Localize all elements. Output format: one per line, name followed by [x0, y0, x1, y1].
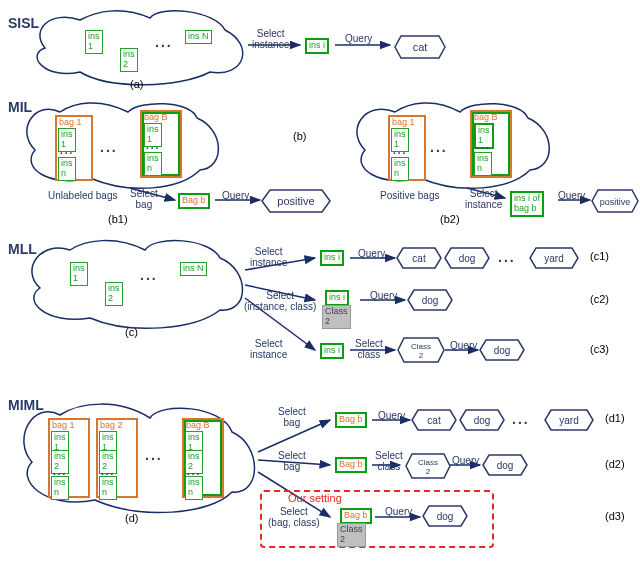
svg-text:dog: dog: [494, 345, 511, 356]
c2-insi: ins i: [325, 290, 349, 306]
svg-text:cat: cat: [427, 415, 441, 426]
cap-b: (b): [293, 130, 306, 142]
cap-d1: (d1): [605, 412, 625, 424]
lbl-select-bag-b1: Select bag: [130, 188, 158, 210]
cap-d3: (d3): [605, 510, 625, 522]
diagram-canvas: { "titles":{"sisl":"SISL","mil":"MIL","m…: [0, 0, 640, 569]
lbl-select-instance: Select instance: [252, 28, 289, 50]
svg-text:2: 2: [419, 351, 424, 360]
cap-c: (c): [125, 326, 138, 338]
ins-N: ins N: [185, 30, 212, 44]
svg-text:yard: yard: [544, 253, 563, 264]
bagb-d2: Bag b: [335, 457, 367, 473]
lbl-select-inst-b2: Select instance: [465, 188, 502, 210]
svg-text:cat: cat: [412, 253, 426, 264]
lbl-query-c3: Query: [450, 340, 477, 351]
bB-insn: ins n: [144, 152, 162, 176]
svg-text:yard: yard: [559, 415, 578, 426]
cap-d: (d): [125, 512, 138, 524]
title-mll: MLL: [8, 242, 37, 257]
svg-text:dog: dog: [459, 253, 476, 264]
lbl-our: Our setting: [288, 492, 342, 504]
ell: ...: [155, 35, 173, 50]
svg-text:dog: dog: [474, 415, 491, 426]
lbl-query-c2: Query: [370, 290, 397, 301]
c1-insi: ins i: [320, 250, 344, 266]
ell: ...: [60, 145, 74, 156]
b1-insn: ins n: [58, 157, 76, 181]
cap-c2: (c2): [590, 293, 609, 305]
lbl-query-c1: Query: [358, 248, 385, 259]
lbl-select-class-c3: Select class: [355, 338, 383, 360]
lbl-unlabeled: Unlabeled bags: [48, 190, 118, 201]
c3-insi: ins i: [320, 343, 344, 359]
ins-i-selected: ins i: [305, 38, 329, 54]
ell: ...: [140, 268, 158, 283]
lbl-query-d3: Query: [385, 506, 412, 517]
d1-insn: ins n: [51, 476, 69, 500]
ell: ...: [512, 412, 530, 427]
lbl-select-inst-c1: Select instance: [250, 246, 287, 268]
c-ins2: ins 2: [105, 282, 123, 306]
ell: ...: [145, 448, 163, 463]
c-insN: ins N: [180, 262, 207, 276]
cap-b2: (b2): [440, 213, 460, 225]
svg-text:positive: positive: [600, 197, 631, 207]
svg-text:Class: Class: [411, 342, 431, 351]
lbl-select-class-d2: Select class: [375, 450, 403, 472]
lbl-query-a: Query: [345, 33, 372, 44]
lbl-query-d2: Query: [452, 455, 479, 466]
lbl-select-bagclass: Select (bag, class): [268, 506, 320, 528]
cap-b1: (b1): [108, 213, 128, 225]
ins-1: ins 1: [85, 30, 103, 54]
svg-text:Class: Class: [418, 458, 438, 467]
lbl-query-b2: Query: [558, 190, 585, 201]
lbl-query-b1: Query: [222, 190, 249, 201]
d2-insn: ins n: [99, 476, 117, 500]
title-sisl: SISL: [8, 16, 39, 31]
svg-text:dog: dog: [422, 295, 439, 306]
cap-d2: (d2): [605, 458, 625, 470]
svg-text:positive: positive: [277, 195, 314, 207]
bagb-d3: Bag b: [340, 508, 372, 524]
svg-text:cat: cat: [413, 41, 428, 53]
lbl-query-d1: Query: [378, 410, 405, 421]
d3-class2: Class 2: [337, 523, 366, 547]
c-ins1: ins 1: [70, 262, 88, 286]
ell: ...: [430, 140, 448, 155]
dB-insn: ins n: [185, 476, 203, 500]
ell: ...: [393, 145, 407, 156]
lbl-select-bag-d2: Select bag: [278, 450, 306, 472]
cap-c1: (c1): [590, 250, 609, 262]
insibag: ins i of bag b: [510, 191, 544, 217]
c2-class2: Class 2: [322, 305, 351, 329]
lbl-positive: Positive bags: [380, 190, 439, 201]
svg-text:dog: dog: [497, 460, 514, 471]
lbl-select-bag-d1: Select bag: [278, 406, 306, 428]
title-miml: MIML: [8, 398, 44, 413]
title-mil: MIL: [8, 100, 32, 115]
cap-a: (a): [130, 78, 143, 90]
lbl-select-inst-c3: Select instance: [250, 338, 287, 360]
svg-text:2: 2: [426, 467, 431, 476]
ell: ...: [100, 140, 118, 155]
b2-insna: ins n: [391, 157, 409, 181]
bagb-b1: Bag b: [178, 193, 210, 209]
ell: ...: [498, 250, 516, 265]
svg-text:dog: dog: [437, 511, 454, 522]
ell: ...: [476, 140, 490, 151]
b2-insn: ins n: [474, 152, 492, 176]
ins-2: ins 2: [120, 48, 138, 72]
cap-c3: (c3): [590, 343, 609, 355]
ell: ...: [146, 140, 160, 151]
bagb-d1: Bag b: [335, 412, 367, 428]
lbl-select-instclass: Select (instance, class): [244, 290, 316, 312]
